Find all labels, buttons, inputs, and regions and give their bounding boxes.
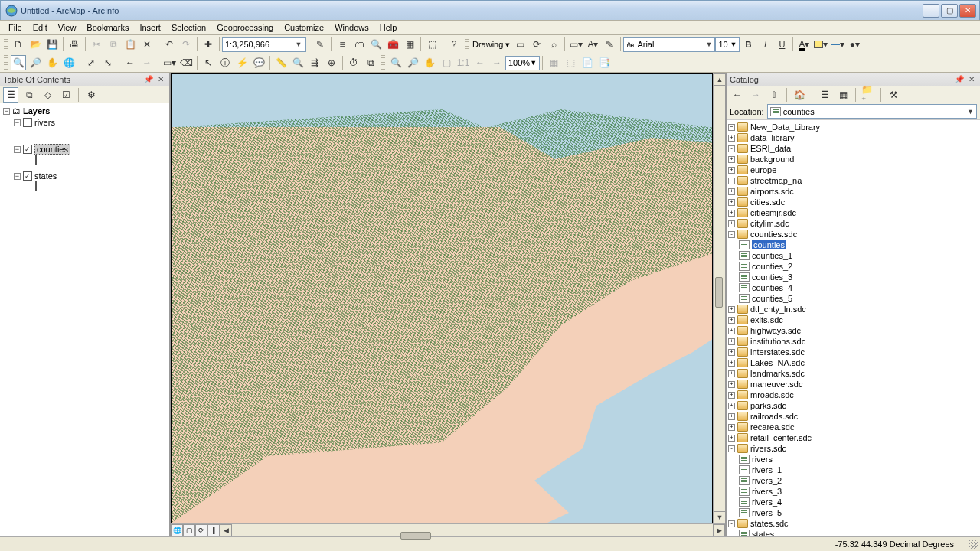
layout-whole-page-icon[interactable]: ▢ (439, 55, 454, 70)
expander-icon[interactable]: + (728, 349, 735, 356)
font-combo[interactable]: 🗛 Arial ▼ (623, 37, 715, 52)
expander-icon[interactable]: + (728, 317, 735, 324)
expander-icon[interactable]: − (14, 119, 21, 126)
tree-feature-class[interactable]: rivers_4 (728, 497, 978, 507)
menu-file[interactable]: File (3, 21, 28, 34)
expander-icon[interactable]: + (728, 306, 735, 313)
tree-sdc[interactable]: +dtl_cnty_ln.sdc (728, 304, 978, 315)
map-canvas[interactable] (171, 73, 713, 523)
expander-icon[interactable]: + (728, 360, 735, 367)
menu-geoprocessing[interactable]: Geoprocessing (211, 21, 279, 34)
expander-icon[interactable]: - (728, 145, 735, 152)
expander-icon[interactable]: + (728, 328, 735, 334)
scale-combo[interactable]: ▼ (222, 37, 306, 52)
expander-icon[interactable]: + (728, 424, 735, 431)
refresh-icon[interactable]: ⟳ (195, 524, 207, 536)
tree-sdc[interactable]: +citiesmjr.sdc (728, 207, 978, 218)
home-icon[interactable]: 🏠 (792, 87, 807, 103)
toggle-draft-icon[interactable]: ▦ (546, 55, 561, 70)
rectangle-icon[interactable]: ▭▾ (568, 37, 583, 52)
zoom-to-elements-icon[interactable]: ⌕ (546, 37, 561, 52)
layout-view-icon[interactable]: ▢ (183, 524, 195, 536)
minimize-button[interactable]: — (923, 4, 939, 18)
hyperlink-icon[interactable]: ⚡ (234, 55, 250, 70)
up-icon[interactable]: ⇧ (766, 87, 782, 103)
bold-icon[interactable]: B (740, 37, 756, 52)
prev-extent-icon[interactable]: ← (122, 55, 138, 70)
python-window-icon[interactable]: ▦ (402, 37, 417, 52)
layout-zoom-out-icon[interactable]: 🔎 (405, 55, 420, 70)
expander-icon[interactable]: - (728, 520, 735, 527)
layer-counties[interactable]: counties (34, 144, 70, 155)
layer-states[interactable]: states (34, 171, 57, 181)
tree-feature-class[interactable]: states (728, 529, 978, 536)
scroll-right-icon[interactable]: ▶ (713, 524, 725, 536)
select-elements-icon[interactable]: ▭ (512, 37, 528, 52)
tree-feature-class[interactable]: counties (728, 240, 978, 250)
underline-icon[interactable]: U (774, 37, 789, 52)
close-button[interactable]: ✕ (959, 4, 976, 18)
data-driven-pages-icon[interactable]: 📑 (596, 55, 612, 70)
expander-icon[interactable]: + (728, 403, 735, 409)
print-icon[interactable]: 🖶 (67, 37, 82, 52)
line-color-icon[interactable]: ▾ (830, 37, 845, 52)
cut-icon[interactable]: ✂ (89, 37, 104, 52)
tree-sdc[interactable]: +Lakes_NA.sdc (728, 357, 978, 368)
expander-icon[interactable]: + (728, 370, 735, 377)
catalog-window-icon[interactable]: 🗃 (351, 37, 367, 52)
expander-icon[interactable]: + (728, 435, 735, 442)
expander-icon[interactable]: + (728, 392, 735, 399)
tree-sdc[interactable]: +cities.sdc (728, 197, 978, 207)
toc-close-icon[interactable]: ✕ (155, 74, 166, 85)
go-to-xy-icon[interactable]: ⊕ (324, 55, 339, 70)
expander-icon[interactable]: + (728, 135, 735, 142)
tree-folder[interactable]: +data_library (728, 132, 978, 143)
search-window-icon[interactable]: 🔍 (368, 37, 384, 52)
tree-feature-class[interactable]: rivers_2 (728, 475, 978, 486)
menu-insert[interactable]: Insert (134, 21, 166, 34)
redo-icon[interactable]: ↷ (178, 37, 194, 52)
expander-icon[interactable]: + (728, 338, 735, 345)
connect-folder-icon[interactable]: 📁⁺ (861, 87, 876, 103)
tree-sdc[interactable]: +interstates.sdc (728, 347, 978, 357)
find-route-icon[interactable]: ⇶ (307, 55, 322, 70)
zoom-out-icon[interactable]: 🔎 (28, 55, 43, 70)
layout-zoom-in-icon[interactable]: 🔍 (388, 55, 403, 70)
find-icon[interactable]: 🔍 (290, 55, 305, 70)
open-icon[interactable]: 📂 (28, 37, 43, 52)
maximize-button[interactable]: ▢ (941, 4, 958, 18)
tree-feature-class[interactable]: rivers (728, 454, 978, 465)
new-doc-icon[interactable]: 🗋 (11, 37, 26, 52)
create-viewer-icon[interactable]: ⧉ (363, 55, 378, 70)
pan-icon[interactable]: ✋ (44, 55, 60, 70)
next-extent-icon[interactable]: → (139, 55, 155, 70)
tree-sdc[interactable]: +retail_center.sdc (728, 432, 978, 443)
expander-icon[interactable]: - (728, 231, 735, 238)
time-slider-icon[interactable]: ⏱ (346, 55, 361, 70)
back-icon[interactable]: ← (730, 87, 745, 103)
tree-folder[interactable]: -ESRI_data (728, 143, 978, 154)
layout-next-icon[interactable]: → (489, 55, 505, 70)
html-popup-icon[interactable]: 💬 (251, 55, 266, 70)
rotate-icon[interactable]: ⟳ (529, 37, 544, 52)
whats-this-icon[interactable]: ? (446, 37, 462, 52)
menu-view[interactable]: View (53, 21, 82, 34)
list-by-visibility-icon[interactable]: ◇ (40, 87, 55, 103)
fill-color-icon[interactable]: ▾ (813, 37, 828, 52)
catalog-close-icon[interactable]: ✕ (966, 74, 977, 85)
menu-windows[interactable]: Windows (329, 21, 374, 34)
fixed-zoom-in-icon[interactable]: ⤢ (83, 55, 99, 70)
pin-icon[interactable]: 📌 (143, 74, 154, 85)
tree-sdc[interactable]: +maneuver.sdc (728, 379, 978, 390)
font-size-combo[interactable]: 10▼ (715, 37, 740, 52)
tree-sdc[interactable]: -rivers.sdc (728, 443, 978, 454)
italic-icon[interactable]: I (757, 37, 773, 52)
pointer-icon[interactable]: ↖ (201, 55, 216, 70)
layout-zoom-combo[interactable]: 100%▼ (505, 56, 540, 70)
fixed-zoom-out-icon[interactable]: ⤡ (100, 55, 116, 70)
expander-icon[interactable]: − (14, 146, 21, 153)
vertical-scrollbar[interactable]: ▲ ▼ (713, 73, 725, 523)
tree-feature-class[interactable]: rivers_5 (728, 507, 978, 518)
expander-icon[interactable]: + (728, 199, 735, 206)
toggle-contents-icon[interactable]: ▦ (835, 87, 851, 103)
